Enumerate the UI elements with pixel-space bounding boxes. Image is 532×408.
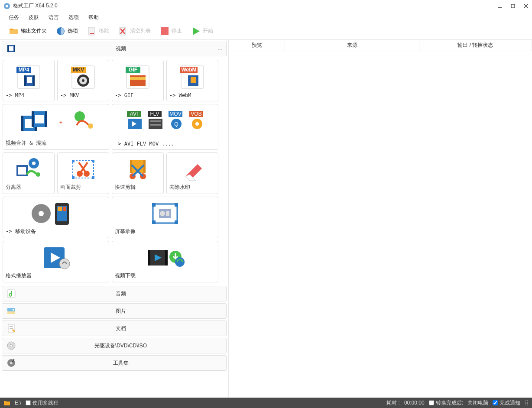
svg-point-72 (32, 162, 36, 165)
tile-quickcut[interactable]: 快速剪辑 (112, 152, 164, 194)
tile-download-label: 视频下载 (115, 271, 215, 279)
play-icon (191, 26, 201, 36)
tools-category-icon (6, 358, 16, 368)
stop-label: 停止 (172, 27, 182, 35)
svg-rect-109 (165, 250, 168, 266)
col-preview[interactable]: 预览 (229, 40, 285, 51)
notify-checkbox[interactable]: 完成通知 (493, 399, 520, 407)
col-status[interactable]: 输出 / 转换状态 (419, 40, 532, 51)
stop-button[interactable]: 停止 (156, 24, 185, 38)
svg-rect-103 (166, 211, 169, 216)
options-button[interactable]: 选项 (52, 24, 81, 38)
svg-point-50 (75, 111, 85, 122)
tile-watermark-label: 去除水印 (169, 183, 215, 191)
folder-icon (9, 26, 19, 36)
category-video[interactable]: 视频 ︿ (2, 41, 227, 56)
menu-skin[interactable]: 皮肤 (27, 13, 41, 22)
svg-point-121 (10, 344, 13, 347)
maximize-button[interactable] (510, 3, 516, 9)
tile-record[interactable]: 屏幕录像 (112, 197, 218, 238)
svg-text:FLV: FLV (150, 111, 159, 117)
svg-rect-60 (150, 124, 161, 126)
remove-button[interactable]: 移除 (83, 24, 113, 38)
download-icon (115, 244, 215, 271)
svg-rect-24 (27, 77, 32, 83)
svg-rect-17 (9, 46, 13, 51)
menu-options[interactable]: 选项 (67, 13, 81, 22)
svg-rect-48 (35, 115, 44, 123)
tile-crop[interactable]: 画面裁剪 (57, 152, 109, 194)
crop-icon (60, 155, 106, 183)
svg-rect-78 (92, 176, 94, 179)
player-icon (6, 244, 106, 271)
elapsed-label: 耗时 : (386, 399, 400, 407)
tile-splitter[interactable]: 分离器 (3, 152, 55, 194)
tile-webm[interactable]: WebM -> WebM (166, 60, 218, 101)
start-button[interactable]: 开始 (187, 24, 217, 38)
clear-label: 清空列表 (130, 27, 151, 35)
eraser-icon (169, 155, 215, 183)
svg-point-30 (82, 79, 84, 82)
picture-category-icon (6, 306, 16, 316)
svg-rect-9 (90, 33, 94, 34)
webm-icon: WebM (169, 63, 215, 91)
category-document[interactable]: 文档 (2, 321, 227, 336)
after-convert-value: 关闭电脑 (467, 399, 488, 407)
tile-download[interactable]: 视频下载 (112, 241, 218, 282)
task-list[interactable] (229, 51, 532, 398)
output-folder-label: 输出文件夹 (21, 27, 47, 35)
menu-language[interactable]: 语言 (47, 13, 61, 22)
tile-merge[interactable]: + 视频合并 & 混流 (3, 104, 109, 150)
clear-button[interactable]: 清空列表 (114, 24, 154, 38)
multithread-checkbox[interactable]: 使用多线程 (26, 399, 58, 407)
svg-rect-47 (45, 111, 47, 127)
tile-mobile[interactable]: -> 移动设备 (3, 197, 109, 238)
category-rom[interactable]: 光驱设备\DVD\CD\ISO (2, 338, 227, 353)
tile-gif[interactable]: GIF -> GIF (112, 60, 164, 101)
tile-avi-label: -> AVI FLV MOV .... (115, 140, 215, 147)
svg-point-112 (175, 257, 185, 267)
tile-mp4[interactable]: MP4 -> MP4 (3, 60, 55, 101)
resize-grip-icon[interactable]: ⣿ (525, 400, 529, 406)
app-icon (3, 3, 10, 10)
tile-merge-label: 视频合并 & 混流 (6, 139, 106, 147)
close-button[interactable] (523, 3, 529, 9)
tile-player[interactable]: 格式播放器 (3, 241, 109, 282)
category-audio[interactable]: 音频 (2, 286, 227, 301)
status-path[interactable]: E:\ (15, 400, 21, 406)
tile-gif-label: -> GIF (115, 91, 161, 98)
tile-webm-label: -> WebM (169, 91, 215, 98)
svg-point-102 (160, 211, 165, 216)
svg-rect-100 (175, 220, 178, 224)
record-icon (115, 200, 215, 227)
tile-mkv[interactable]: MKV -> MKV (57, 60, 109, 101)
after-convert-checkbox[interactable]: 转换完成后: (429, 399, 463, 407)
merge-icon: + (6, 107, 106, 139)
menu-help[interactable]: 帮助 (87, 13, 101, 22)
category-picture[interactable]: 图片 (2, 303, 227, 319)
svg-point-116 (13, 309, 14, 311)
tile-avi-flv[interactable]: AVIFLVMOVQVOB -> AVI FLV MOV .... (112, 104, 218, 150)
svg-point-106 (59, 259, 70, 269)
svg-rect-1 (6, 5, 8, 7)
tile-mp4-label: -> MP4 (6, 91, 52, 98)
menu-bar: 任务 皮肤 语言 选项 帮助 (0, 12, 532, 23)
category-picture-label: 图片 (19, 308, 222, 315)
left-pane: 视频 ︿ MP4 -> MP4 MKV -> MKV GIF -> GIF (0, 40, 229, 398)
menu-task[interactable]: 任务 (7, 13, 21, 22)
output-folder-button[interactable]: 输出文件夹 (5, 24, 50, 38)
minimize-button[interactable] (497, 3, 503, 9)
remove-icon (87, 26, 97, 36)
svg-point-91 (39, 211, 44, 216)
svg-rect-76 (92, 160, 94, 162)
tile-watermark[interactable]: 去除水印 (166, 152, 218, 194)
col-source[interactable]: 来源 (285, 40, 419, 51)
svg-rect-98 (175, 203, 178, 207)
right-pane: 预览 来源 输出 / 转换状态 (229, 40, 532, 398)
category-tools[interactable]: 工具集 (2, 355, 227, 371)
svg-rect-16 (14, 45, 15, 52)
svg-text:VOB: VOB (191, 111, 201, 117)
elapsed-value: 00:00:00 (404, 400, 425, 406)
svg-rect-3 (511, 4, 515, 8)
tile-player-label: 格式播放器 (6, 271, 106, 279)
